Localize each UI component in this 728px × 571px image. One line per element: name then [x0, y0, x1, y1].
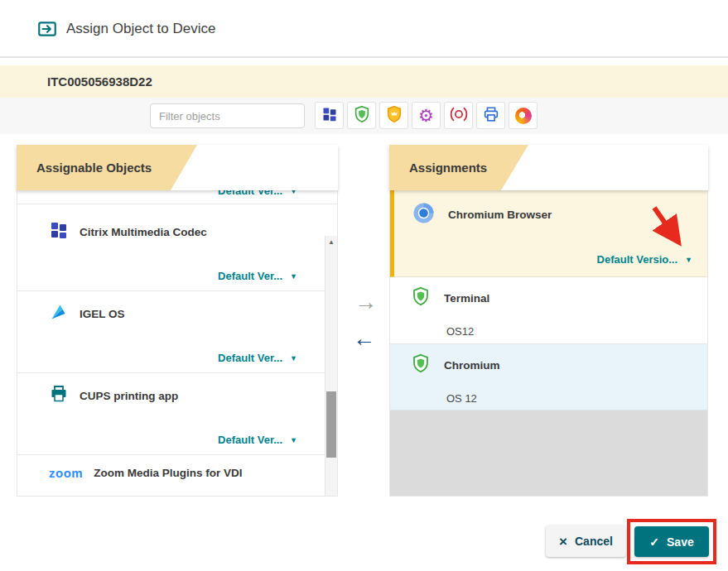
device-name: ITC005056938D22 — [47, 74, 152, 89]
caret-down-icon: ▼ — [685, 256, 692, 264]
dialog-title: Assign Object to Device — [66, 0, 215, 58]
assignment-row-terminal[interactable]: Terminal OS12 — [390, 277, 707, 344]
assignable-objects-panel: Assignable Objects Default Ver... ▼ — [17, 145, 338, 497]
assignment-os-label: OS12 — [446, 325, 474, 338]
red-ring-filter-icon — [450, 105, 468, 126]
citrix-codec-icon — [49, 220, 69, 243]
version-dropdown[interactable]: Default Ver... ▼ — [218, 190, 297, 197]
unassign-left-arrow-button[interactable]: ← — [353, 328, 375, 350]
filter-toolbar: ⚙ — [0, 98, 728, 134]
filter-icon-row: ⚙ — [315, 102, 538, 129]
filter-orange-shield-button[interactable] — [379, 102, 408, 129]
save-button[interactable]: ✓ Save — [634, 526, 709, 557]
version-dropdown[interactable]: Default Ver... ▼ — [218, 434, 297, 446]
assignable-objects-list: Default Ver... ▼ Citrix Multimedia Code — [17, 190, 338, 497]
assignable-objects-header: Assignable Objects — [17, 145, 338, 190]
object-row-zoom-media-plugins[interactable]: zoom Zoom Media Plugins for VDI — [17, 455, 337, 497]
caret-down-icon: ▼ — [290, 272, 297, 281]
version-dropdown[interactable]: Default Ver... ▼ — [218, 352, 297, 364]
filter-red-ring-button[interactable] — [444, 102, 473, 129]
filter-apps-button[interactable] — [315, 102, 344, 129]
object-row-cups-printing-app[interactable]: CUPS printing app Default Ver... ▼ — [17, 373, 337, 455]
chromium-browser-icon — [412, 202, 435, 228]
scroll-up-icon[interactable]: ▲ — [325, 238, 337, 246]
orange-shield-filter-icon — [385, 105, 403, 126]
version-dropdown[interactable]: Default Versio... ▼ — [597, 253, 692, 266]
blue-printer-filter-icon — [482, 105, 500, 126]
dialog-header: Assign Object to Device — [0, 0, 728, 58]
assignments-title: Assignments — [409, 145, 487, 190]
scrollbar-thumb[interactable] — [326, 391, 336, 458]
caret-down-icon: ▼ — [290, 354, 297, 362]
profile-shield-icon — [411, 353, 431, 377]
green-shield-filter-icon — [353, 105, 371, 126]
assignment-row-chromium-browser[interactable]: Chromium Browser Default Versio... ▼ — [390, 190, 707, 277]
assign-right-arrow-button[interactable]: → — [354, 291, 377, 314]
check-icon: ✓ — [649, 536, 659, 548]
filter-gear-button[interactable]: ⚙ — [412, 102, 441, 129]
assign-object-dialog: Assign Object to Device ITC005056938D22 — [0, 0, 728, 571]
object-row-citrix-multimedia-codec[interactable]: Citrix Multimedia Codec Default Ver... ▼ — [17, 204, 337, 291]
object-label: IGEL OS — [80, 308, 125, 320]
assign-device-icon — [36, 18, 58, 40]
clipped-object-row[interactable]: Default Ver... ▼ — [17, 190, 337, 204]
object-label: Citrix Multimedia Codec — [80, 226, 207, 238]
assignments-header: Assignments — [389, 145, 708, 190]
assignment-label: Terminal — [444, 292, 489, 305]
filter-printer-button[interactable] — [476, 102, 505, 129]
filter-green-shield-button[interactable] — [347, 102, 376, 129]
close-x-icon: × — [559, 535, 567, 549]
filter-browser-button[interactable] — [509, 102, 538, 129]
assignments-list: Chromium Browser Default Versio... ▼ Ter… — [389, 190, 708, 497]
orange-circle-filter-icon — [515, 108, 532, 124]
cups-printer-icon — [49, 384, 69, 407]
device-name-bar: ITC005056938D22 — [0, 65, 728, 98]
assignable-objects-title: Assignable Objects — [36, 145, 152, 190]
assignment-row-chromium[interactable]: Chromium OS 12 — [390, 344, 707, 410]
assignment-os-label: OS 12 — [446, 392, 477, 405]
zoom-logo-icon: zoom — [49, 466, 83, 480]
apps-grid-filter-icon — [321, 106, 338, 125]
object-label: CUPS printing app — [80, 390, 178, 402]
vertical-scrollbar[interactable]: ▲ ▼ — [325, 236, 337, 497]
assignments-panel: Assignments Chromium Browser — [389, 145, 708, 497]
assignment-label: Chromium — [444, 359, 500, 372]
version-dropdown[interactable]: Default Ver... ▼ — [218, 270, 297, 282]
object-row-igel-os[interactable]: IGEL OS Default Ver... ▼ — [17, 291, 337, 373]
caret-down-icon: ▼ — [290, 436, 297, 444]
purple-gear-filter-icon: ⚙ — [418, 107, 434, 124]
filter-objects-input[interactable] — [150, 103, 305, 128]
igel-os-icon — [49, 302, 69, 325]
profile-shield-icon — [411, 286, 431, 309]
assignment-label: Chromium Browser — [448, 209, 552, 221]
caret-down-icon: ▼ — [290, 190, 297, 195]
cancel-button[interactable]: × Cancel — [546, 525, 626, 557]
object-label: Zoom Media Plugins for VDI — [94, 467, 242, 479]
